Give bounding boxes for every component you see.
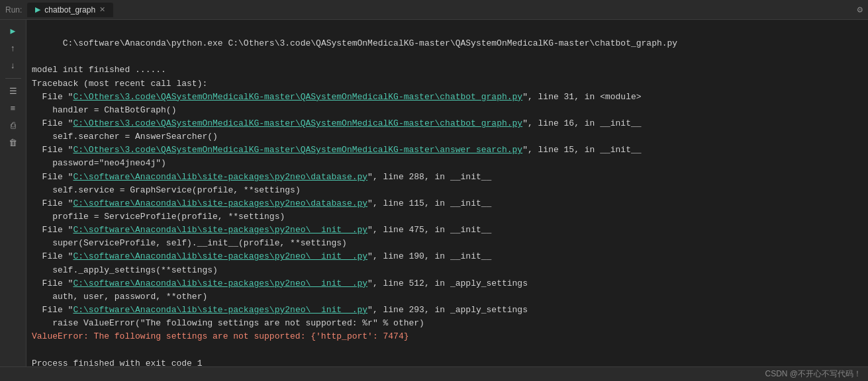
console-line: C:\software\Anaconda\python.exe C:\Other…: [32, 24, 863, 64]
title-bar: Run: ▶ chatbot_graph ✕ ⚙: [0, 0, 868, 20]
console-line: self.searcher = AnswerSearcher(): [32, 130, 863, 144]
delete-button[interactable]: 🗑: [4, 136, 23, 150]
file-link[interactable]: C:\Others\3.code\QASystemOnMedicalKG-mas…: [73, 92, 522, 102]
console-line: auth, user, password, **other): [32, 290, 863, 304]
sidebar-divider: [5, 78, 21, 79]
console-line: Traceback (most recent call last):: [32, 77, 863, 91]
console-line: File "C:\Others\3.code\QASystemOnMedical…: [32, 144, 863, 157]
file-link[interactable]: C:\software\Anaconda\lib\site-packages\p…: [73, 225, 367, 235]
file-link[interactable]: C:\software\Anaconda\lib\site-packages\p…: [73, 251, 367, 261]
console-line: File "C:\Others\3.code\QASystemOnMedical…: [32, 117, 863, 130]
sidebar: ▶ ↑ ↓ ☰ ≡ ⎙ 🗑: [0, 20, 26, 366]
console-line: model init finished ......: [32, 64, 863, 77]
blank-line: [32, 343, 863, 357]
console-line: File "C:\software\Anaconda\lib\site-pack…: [32, 250, 863, 263]
file-link[interactable]: C:\Others\3.code\QASystemOnMedicalKG-mas…: [73, 118, 522, 128]
file-link[interactable]: C:\software\Anaconda\lib\site-packages\p…: [73, 278, 367, 288]
file-link[interactable]: C:\software\Anaconda\lib\site-packages\p…: [73, 172, 367, 182]
error-line: ValueError: The following settings are n…: [32, 330, 863, 343]
console-line: self._apply_settings(**settings): [32, 264, 863, 277]
scroll-up-button[interactable]: ↑: [4, 41, 23, 56]
console-area[interactable]: C:\software\Anaconda\python.exe C:\Other…: [26, 20, 868, 366]
scroll-down-button[interactable]: ↓: [4, 58, 23, 73]
file-link[interactable]: C:\Others\3.code\QASystemOnMedicalKG-mas…: [73, 145, 522, 155]
file-link[interactable]: C:\software\Anaconda\lib\site-packages\p…: [73, 305, 367, 315]
run-tab[interactable]: ▶ chatbot_graph ✕: [27, 3, 113, 17]
file-link[interactable]: C:\software\Anaconda\lib\site-packages\p…: [73, 198, 367, 208]
csdn-watermark: CSDN @不开心不写代码！: [765, 368, 861, 380]
console-line: File "C:\Others\3.code\QASystemOnMedical…: [32, 91, 863, 104]
console-line: handler = ChatBotGraph(): [32, 104, 863, 117]
console-line: raise ValueError("The following settings…: [32, 317, 863, 330]
console-line: File "C:\software\Anaconda\lib\site-pack…: [32, 277, 863, 290]
console-line: File "C:\software\Anaconda\lib\site-pack…: [32, 224, 863, 237]
console-line: File "C:\software\Anaconda\lib\site-pack…: [32, 304, 863, 317]
tab-icon: ▶: [35, 5, 40, 14]
print-button[interactable]: ⎙: [4, 118, 23, 133]
tab-name: chatbot_graph: [44, 5, 95, 15]
console-line: profile = ServiceProfile(profile, **sett…: [32, 210, 863, 224]
menu-button-1[interactable]: ☰: [4, 84, 23, 99]
gear-icon[interactable]: ⚙: [857, 4, 863, 15]
console-line: password="neo4jneo4j"): [32, 157, 863, 170]
console-line: File "C:\software\Anaconda\lib\site-pack…: [32, 197, 863, 210]
console-line: super(ServiceProfile, self).__init__(pro…: [32, 237, 863, 250]
bottom-bar: CSDN @不开心不写代码！: [0, 366, 868, 381]
menu-button-2[interactable]: ≡: [4, 101, 23, 116]
console-line: File "C:\software\Anaconda\lib\site-pack…: [32, 171, 863, 184]
tab-close-icon[interactable]: ✕: [99, 5, 105, 14]
process-finished-line: Process finished with exit code 1: [32, 357, 863, 366]
run-label: Run:: [5, 5, 22, 15]
console-line: self.service = GraphService(profile, **s…: [32, 184, 863, 197]
main-layout: ▶ ↑ ↓ ☰ ≡ ⎙ 🗑 C:\software\Anaconda\pytho…: [0, 20, 868, 366]
run-button[interactable]: ▶: [4, 24, 23, 38]
